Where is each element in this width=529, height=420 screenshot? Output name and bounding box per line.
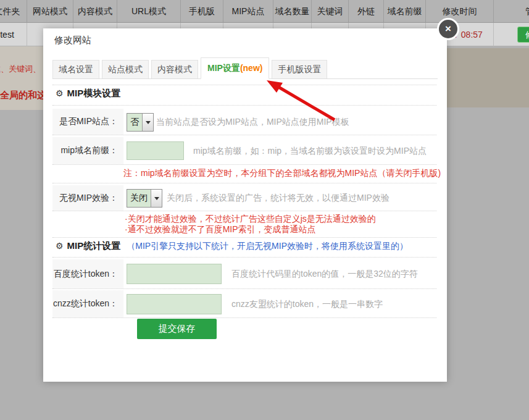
is-mip-site-label: 是否MIP站点： [52, 109, 123, 135]
page: 式、关键词、 全局的和这 文件夹 网站模式 内容模式 URL模式 手机版 MIP… [0, 0, 529, 420]
submit-save-button[interactable]: 提交保存 [137, 319, 217, 339]
edit-button[interactable]: 修改 [517, 27, 529, 43]
col-mobile: 手机版 [181, 0, 223, 23]
ignore-validation-value: 关闭 [127, 190, 151, 207]
chevron-down-icon [142, 114, 153, 131]
cnzz-token-hint: cnzz友盟统计的token，一般是一串数字 [231, 299, 383, 310]
col-keywords: 关键词 [312, 0, 349, 23]
tab-mip-settings[interactable]: MIP设置(new) [201, 57, 269, 79]
row-baidu-token: 百度统计token： 百度统计代码里的token的值，一般是32位的字符 [52, 259, 438, 288]
baidu-token-input[interactable] [127, 264, 222, 284]
mip-prefix-input[interactable] [127, 141, 184, 160]
cnzz-token-label: cnzz统计token： [52, 290, 123, 317]
tab-mip-new-badge: (new) [240, 63, 263, 73]
close-icon[interactable]: × [437, 18, 459, 40]
is-mip-site-select[interactable]: 否 [127, 113, 154, 132]
row-mip-prefix: mip域名前缀： mip域名前缀，如：mip，当域名前缀为该设置时设为MIP站点 [52, 137, 438, 164]
mip-prefix-warning: 注：mip域名前缀设置为空时，本分组下的全部域名都视为MIP站点（请关闭手机版) [123, 168, 441, 179]
gear-icon: ⚙ [56, 241, 64, 251]
backdrop-tan-right [447, 48, 529, 107]
validation-bullet-1: ·关闭才能通过效验，不过统计广告这些自定义js是无法通过效验的 [125, 214, 376, 225]
section-mip-module: ⚙MIP模块设置 [56, 88, 120, 99]
col-backlinks: 外链 [349, 0, 384, 23]
ignore-validation-hint: 关闭后，系统设置的广告，统计将无效，以便通过MIP效验 [167, 193, 389, 204]
tab-mip-label: MIP设置 [207, 63, 240, 73]
col-domain-count: 域名数量 [273, 0, 312, 23]
col-domain-prefix: 域名前缀 [384, 0, 426, 23]
edit-site-modal: 修改网站 × 域名设置 站点模式 内容模式 MIP设置(new) 手机版设置 ⚙… [43, 28, 447, 382]
cell-manage: 修改 [494, 23, 529, 46]
col-content-mode: 内容模式 [73, 0, 117, 23]
tab-content-mode[interactable]: 内容模式 [151, 60, 198, 78]
cnzz-token-input[interactable] [127, 294, 222, 314]
is-mip-site-value: 否 [127, 114, 142, 131]
section-mip-stats-note: （MIP引擎只支持以下统计，开启无视MIP效验时，将使用系统设置里的） [127, 241, 408, 251]
is-mip-site-hint: 当前站点是否设为MIP站点，MIP站点使用MIP模板 [156, 117, 349, 128]
validation-bullet-2: ·通不过效验就进不了百度MIP索引，变成普通站点 [125, 224, 316, 235]
backdrop-red-text-2: 全局的和这 [0, 90, 43, 101]
row-cnzz-token: cnzz统计token： cnzz友盟统计的token，一般是一串数字 [52, 290, 438, 317]
modal-title: 修改网站 [54, 35, 91, 46]
mip-prefix-hint: mip域名前缀，如：mip，当域名前缀为该设置时设为MIP站点 [193, 146, 427, 157]
col-site-mode: 网站模式 [27, 0, 73, 23]
section-mip-stats: ⚙MIP统计设置（MIP引擎只支持以下统计，开启无视MIP效验时，将使用系统设置… [56, 240, 408, 252]
col-url-mode: URL模式 [117, 0, 181, 23]
backdrop-red-text-1: 式、关键词、 [0, 64, 46, 75]
tab-site-mode[interactable]: 站点模式 [102, 60, 149, 78]
row-ignore-validation: 无视MIP效验： 关闭 关闭后，系统设置的广告，统计将无效，以便通过MIP效验 [52, 185, 438, 211]
baidu-token-hint: 百度统计代码里的token的值，一般是32位的字符 [231, 269, 418, 280]
ignore-validation-select[interactable]: 关闭 [127, 189, 162, 208]
chevron-down-icon [151, 190, 162, 207]
modal-tabbar: 域名设置 站点模式 内容模式 MIP设置(new) 手机版设置 [52, 60, 438, 79]
col-manage: 管理 [494, 0, 529, 23]
cell-site-name: test [0, 23, 27, 46]
section-mip-stats-title: MIP统计设置 [67, 240, 121, 251]
section-mip-module-title: MIP模块设置 [67, 88, 121, 98]
baidu-token-label: 百度统计token： [52, 259, 123, 288]
col-mip-site: MIP站点 [223, 0, 273, 23]
col-folder: 文件夹 [0, 0, 27, 23]
row-is-mip-site: 是否MIP站点： 否 当前站点是否设为MIP站点，MIP站点使用MIP模板 [52, 109, 438, 135]
mip-prefix-label: mip域名前缀： [52, 137, 123, 164]
col-modified-time: 修改时间 [426, 0, 494, 23]
gear-icon: ⚙ [56, 88, 64, 98]
tab-domain-settings[interactable]: 域名设置 [52, 60, 99, 78]
ignore-validation-label: 无视MIP效验： [52, 185, 123, 211]
tab-mobile-settings[interactable]: 手机版设置 [272, 60, 327, 78]
